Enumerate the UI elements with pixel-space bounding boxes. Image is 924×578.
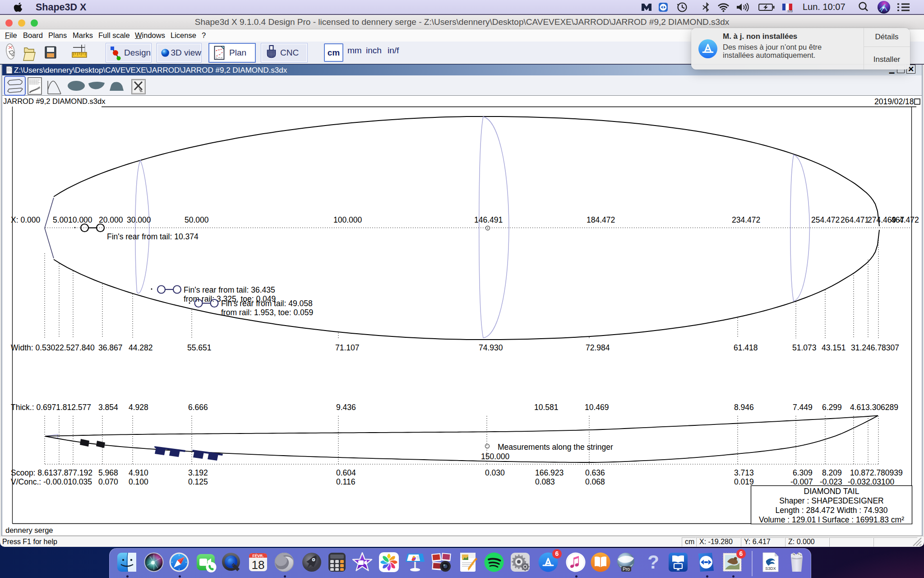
svg-text:Pro: Pro (623, 567, 630, 572)
svg-text:6.666: 6.666 (188, 403, 208, 412)
svg-text:61.418: 61.418 (734, 343, 758, 352)
svg-text:234.472: 234.472 (732, 215, 760, 224)
svg-text:166.923: 166.923 (535, 468, 564, 477)
svg-text:74.930: 74.930 (479, 343, 503, 352)
svg-text:30.000: 30.000 (127, 215, 151, 224)
svg-text:20.000: 20.000 (99, 215, 123, 224)
svg-text:JARROD #9,2 DIAMOND.s3dx: JARROD #9,2 DIAMOND.s3dx (3, 97, 106, 105)
svg-text:S3DX: S3DX (765, 566, 776, 571)
svg-text:from rail: 1.953, toe: 0.059: from rail: 1.953, toe: 0.059 (221, 308, 313, 317)
svg-text:10.872.780939: 10.872.780939 (850, 468, 903, 477)
svg-text:51.073: 51.073 (792, 343, 817, 352)
svg-text:0.068: 0.068 (585, 477, 605, 486)
svg-text:Length : 284.472 Width : 74.9: Length : 284.472 Width : 74.930 (775, 506, 887, 515)
svg-text:0.636: 0.636 (585, 468, 605, 477)
svg-text:10.469: 10.469 (585, 403, 609, 412)
svg-text:3.713: 3.713 (734, 468, 754, 477)
svg-text:0.125: 0.125 (188, 477, 208, 486)
svg-text:5.0010.000: 5.0010.000 (53, 215, 92, 224)
svg-text:4.910: 4.910 (129, 468, 148, 477)
svg-text:-0.023: -0.023 (820, 477, 842, 486)
svg-text:0.604: 0.604 (336, 468, 356, 477)
svg-text:6.309: 6.309 (793, 468, 813, 477)
svg-text:6.299: 6.299 (822, 403, 842, 412)
svg-text:0.030: 0.030 (485, 468, 505, 477)
svg-text:72.984: 72.984 (586, 343, 610, 352)
svg-text:5.968: 5.968 (98, 468, 118, 477)
svg-text:-0.007: -0.007 (790, 477, 813, 486)
svg-text:Fin's rear from tail: 10.374: Fin's rear from tail: 10.374 (107, 232, 199, 241)
svg-text:9.436: 9.436 (336, 403, 356, 412)
svg-text:Scoop: 8.6137.877.192: Scoop: 8.6137.877.192 (11, 468, 92, 477)
svg-text:8.946: 8.946 (734, 403, 754, 412)
svg-text:3.192: 3.192 (188, 468, 208, 477)
svg-text:4.613.306289: 4.613.306289 (850, 403, 898, 412)
svg-text:FÉVR.: FÉVR. (252, 554, 263, 558)
svg-text:3.854: 3.854 (98, 403, 118, 412)
svg-text:264.471: 264.471 (841, 215, 869, 224)
svg-text:44.282: 44.282 (129, 343, 153, 352)
svg-text:Measurements along the stringe: Measurements along the stringer (498, 443, 613, 452)
svg-text:Shaper : SHAPE3DESIGNER: Shaper : SHAPE3DESIGNER (779, 496, 883, 505)
svg-text:150.000: 150.000 (481, 452, 510, 461)
svg-text:X: 0.000: X: 0.000 (11, 215, 40, 224)
svg-text:Thick.: 0.6971.812.577: Thick.: 0.6971.812.577 (11, 403, 91, 412)
svg-text:4.472: 4.472 (899, 215, 919, 224)
svg-text:-0.032.03100: -0.032.03100 (848, 477, 894, 486)
svg-text:184.472: 184.472 (587, 215, 615, 224)
svg-text:43.151: 43.151 (822, 343, 846, 352)
svg-text:100.000: 100.000 (333, 215, 362, 224)
svg-text:31.246.78307: 31.246.78307 (851, 343, 899, 352)
svg-text:0.019: 0.019 (734, 477, 754, 486)
svg-text:Volume : 129.01 l Surface : 1: Volume : 129.01 l Surface : 16991.83 cm² (759, 515, 904, 524)
svg-text:0.116: 0.116 (336, 477, 356, 486)
svg-text:254.472: 254.472 (811, 215, 840, 224)
svg-text:71.107: 71.107 (335, 343, 360, 352)
svg-text:V/Conc.: -0.00.010.035: V/Conc.: -0.00.010.035 (11, 477, 92, 486)
svg-text:Fin's rear from tail: 36.435: Fin's rear from tail: 36.435 (184, 285, 275, 294)
svg-text:8.209: 8.209 (822, 468, 842, 477)
svg-text:Width: 0.53022.527.840: Width: 0.53022.527.840 (11, 343, 95, 352)
svg-text:0.083: 0.083 (535, 477, 555, 486)
svg-text:18: 18 (252, 558, 265, 572)
svg-text:146.491: 146.491 (474, 215, 503, 224)
svg-text:2019/02/18: 2019/02/18 (874, 97, 914, 106)
svg-text:4.928: 4.928 (129, 403, 148, 412)
svg-text:10.581: 10.581 (534, 403, 559, 412)
svg-text:0.070: 0.070 (98, 477, 118, 486)
svg-text:Fin's rear from tail: 49.058: Fin's rear from tail: 49.058 (221, 299, 313, 308)
svg-text:50.000: 50.000 (185, 215, 209, 224)
svg-text:36.867: 36.867 (98, 343, 123, 352)
svg-text:DIAMOND TAIL: DIAMOND TAIL (804, 487, 859, 496)
svg-text:7.449: 7.449 (793, 403, 813, 412)
svg-text:0.100: 0.100 (129, 477, 148, 486)
svg-text:55.651: 55.651 (187, 343, 212, 352)
